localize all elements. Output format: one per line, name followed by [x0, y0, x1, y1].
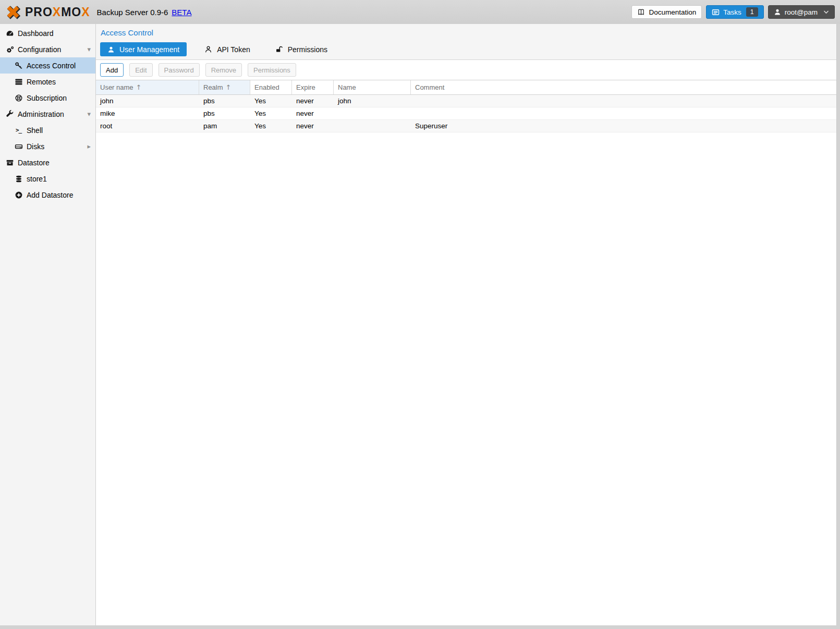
main-panel: Access Control User Management API Token: [96, 24, 837, 625]
caret-down-icon[interactable]: ▾: [87, 110, 91, 118]
sidebar-item-shell[interactable]: >_ Shell: [0, 122, 95, 138]
sidebar-item-dashboard[interactable]: Dashboard: [0, 25, 95, 41]
server-icon: [14, 78, 23, 86]
password-button[interactable]: Password: [159, 63, 200, 77]
grid-toolbar: Add Edit Password Remove Permissions: [96, 60, 836, 80]
tab-bar: User Management API Token Permissions: [100, 42, 832, 56]
key-icon: [14, 62, 23, 70]
topbar-actions: Documentation Tasks 1 root@pam: [631, 5, 835, 19]
beta-link[interactable]: BETA: [172, 8, 191, 17]
column-header-name[interactable]: Name: [334, 80, 411, 94]
sidebar-item-subscription[interactable]: Subscription: [0, 90, 95, 106]
caret-right-icon[interactable]: ▸: [87, 142, 91, 150]
terminal-icon: >_: [14, 126, 23, 135]
remove-button[interactable]: Remove: [205, 63, 242, 77]
sort-asc-icon: ↑: [136, 83, 142, 91]
documentation-button[interactable]: Documentation: [631, 5, 702, 19]
wrench-icon: [5, 110, 14, 118]
user-icon: [774, 8, 781, 16]
task-list-icon: [712, 8, 720, 16]
users-grid: User name ↑ Realm ↑ Enabled Expire Name: [96, 80, 836, 132]
tab-api-token[interactable]: API Token: [197, 42, 258, 56]
sidebar-item-add-datastore[interactable]: Add Datastore: [0, 187, 95, 203]
chevron-down-icon: [823, 10, 829, 14]
product-subtitle: Backup Server 0.9-6: [97, 8, 168, 17]
table-row[interactable]: john pbs Yes never john: [96, 95, 836, 107]
user-menu-button[interactable]: root@pam: [768, 5, 835, 19]
page-title: Access Control: [101, 28, 832, 37]
column-header-expire[interactable]: Expire: [292, 80, 334, 94]
database-icon: [14, 175, 23, 183]
gauge-icon: [5, 29, 14, 38]
add-button[interactable]: Add: [100, 63, 124, 77]
proxmox-logo-text: PROXMOX: [25, 5, 90, 19]
column-header-enabled[interactable]: Enabled: [250, 80, 292, 94]
column-header-comment[interactable]: Comment: [411, 80, 836, 94]
permissions-button[interactable]: Permissions: [248, 63, 296, 77]
table-row[interactable]: mike pbs Yes never: [96, 107, 836, 120]
sidebar-item-administration[interactable]: Administration ▾: [0, 106, 95, 122]
grid-header: User name ↑ Realm ↑ Enabled Expire Name: [96, 80, 836, 95]
content-area: Dashboard Configuration ▾ Access Control…: [0, 24, 837, 625]
gears-icon: [5, 45, 14, 54]
sidebar: Dashboard Configuration ▾ Access Control…: [0, 24, 96, 625]
topbar: PROXMOX Backup Server 0.9-6 BETA Documen…: [0, 0, 840, 24]
edit-button[interactable]: Edit: [129, 63, 152, 77]
plus-circle-icon: [14, 191, 23, 199]
sidebar-item-access-control[interactable]: Access Control: [0, 57, 95, 74]
sort-asc-icon: ↑: [226, 83, 232, 91]
proxmox-logo: PROXMOX: [5, 4, 90, 20]
user-icon: [107, 46, 115, 53]
tasks-button[interactable]: Tasks 1: [706, 5, 763, 19]
sidebar-item-remotes[interactable]: Remotes: [0, 74, 95, 90]
unlock-icon: [275, 45, 283, 53]
sidebar-item-store1[interactable]: store1: [0, 171, 95, 187]
caret-down-icon[interactable]: ▾: [87, 45, 91, 53]
tasks-count-badge: 1: [746, 7, 758, 17]
archive-icon: [5, 159, 14, 167]
sidebar-item-disks[interactable]: Disks ▸: [0, 138, 95, 154]
tab-user-management[interactable]: User Management: [100, 42, 187, 56]
hdd-icon: [14, 142, 23, 151]
book-icon: [637, 8, 645, 16]
tab-permissions[interactable]: Permissions: [268, 42, 335, 56]
column-header-user-name[interactable]: User name ↑: [96, 80, 199, 94]
main-header: Access Control User Management API Token: [96, 24, 836, 60]
column-header-realm[interactable]: Realm ↑: [199, 80, 250, 94]
life-ring-icon: [14, 94, 23, 102]
sidebar-item-datastore[interactable]: Datastore: [0, 154, 95, 171]
proxmox-logo-icon: [5, 4, 21, 20]
user-outline-icon: [204, 45, 212, 53]
grid-empty-area: [96, 132, 836, 625]
table-row[interactable]: root pam Yes never Superuser: [96, 120, 836, 132]
sidebar-item-configuration[interactable]: Configuration ▾: [0, 41, 95, 57]
